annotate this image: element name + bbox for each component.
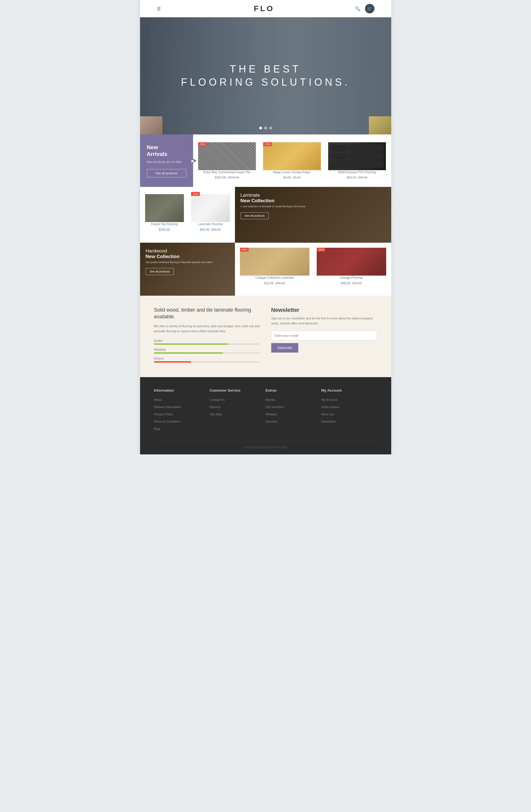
product-image-carpet-top <box>145 194 184 222</box>
list-item: Delivery Information <box>154 404 210 409</box>
footer-col-links: Brands Gift Vouchers Affiliates Specials <box>266 397 321 424</box>
footer-col-extras: Extras Brands Gift Vouchers Affiliates S… <box>266 388 321 433</box>
list-item: About <box>154 397 210 402</box>
product-card: -20% Cottage Collection Laminate $32.00 … <box>238 245 312 293</box>
page-wrapper: ☰ FLO 🔍 🛒 THE BEST FLOORING SOLUTIONS. <box>140 0 391 454</box>
subscribe-button[interactable]: Subscribe <box>271 343 298 352</box>
footer-link-contact[interactable]: Contact Us <box>210 398 225 402</box>
product-card: -20% Garage Flooring $48.00 $60.00 <box>314 245 388 293</box>
newsletter-section: Newsletter Sign up to our newsletter and… <box>271 307 377 366</box>
newsletter-heading: Newsletter <box>271 307 377 313</box>
product-card: -20% Multi-Purpose PVC Flooring $32.00 $… <box>326 140 388 181</box>
hero-heading: THE BEST FLOORING SOLUTIONS. <box>181 63 350 89</box>
list-item: My Account <box>321 397 377 402</box>
footer-col-links: My Account Order History Wish List Newsl… <box>321 397 377 424</box>
footer-col-heading: My Account <box>321 388 377 392</box>
product-name: Garage Flooring <box>317 276 386 279</box>
new-arrivals-see-all-button[interactable]: See all products <box>147 169 186 177</box>
list-item: Order History <box>321 404 377 409</box>
footer-link-my-account[interactable]: My Account <box>321 398 338 402</box>
hero-banner: THE BEST FLOORING SOLUTIONS. <box>140 17 391 134</box>
product-price: $260.00 <box>145 228 184 231</box>
hardwood-banner: Hardwood New Collection Top quality hard… <box>140 243 235 296</box>
product-card: -20% Laminate Flooring $40.00 $50.00 <box>189 190 232 240</box>
list-item: Affiliates <box>266 411 321 417</box>
hero-dot-3[interactable] <box>269 127 272 129</box>
product-badge: -20% <box>317 248 325 251</box>
product-badge: -20% <box>198 142 207 146</box>
info-left: Solid wood, timber and tile laminate flo… <box>154 307 260 366</box>
product-image-laminate <box>191 194 230 222</box>
list-item: Site Map <box>210 411 266 417</box>
menu-icon[interactable]: ☰ <box>157 6 161 12</box>
hero-thumb-right[interactable] <box>369 116 391 134</box>
reliability-label: Reliability <box>154 348 260 351</box>
product-price: $200.00 $250.00 <box>198 176 256 179</box>
hero-dot-1[interactable] <box>259 127 262 129</box>
footer-col-heading: Extras <box>266 388 321 392</box>
hero-dot-2[interactable] <box>264 127 267 129</box>
footer-link-about[interactable]: About <box>154 398 162 402</box>
hardwood-content: Hardwood New Collection Top quality hard… <box>140 243 235 280</box>
footer-link-wish-list[interactable]: Wish List <box>321 412 334 416</box>
new-arrivals-banner: NewArrivals New products are on offer Se… <box>140 134 193 187</box>
info-heading: Solid wood, timber and tile laminate flo… <box>154 307 260 320</box>
footer-link-privacy[interactable]: Privacy Policy <box>154 412 173 416</box>
product-badge: -20% <box>191 192 200 196</box>
hardwood-description: Top quality hardwood flooring in beautif… <box>146 261 229 264</box>
footer-link-newsletter[interactable]: Newsletter <box>321 420 336 423</box>
header-right: 🔍 🛒 <box>355 4 374 13</box>
cart-button[interactable]: 🛒 <box>365 4 374 13</box>
search-icon[interactable]: 🔍 <box>355 6 360 12</box>
footer-link-terms[interactable]: Terms & Conditions <box>154 420 181 423</box>
product-image-garage <box>317 248 386 276</box>
product-image-carpet <box>198 142 256 170</box>
product-image-contact-paper <box>263 142 321 170</box>
product-name: Multi-Purpose PVC Flooring <box>328 170 386 174</box>
footer-link-affiliates[interactable]: Affiliates <box>266 412 277 416</box>
footer-link-delivery[interactable]: Delivery Information <box>154 405 181 409</box>
returns-fill <box>154 361 191 363</box>
footer: Information About Delivery Information P… <box>140 377 391 454</box>
hardwood-section: Hardwood New Collection Top quality hard… <box>140 243 391 296</box>
product-card: -20% Entry Way Commercial Carpet Tile $2… <box>196 140 258 181</box>
product-price: $40.00 $50.00 <box>191 228 230 231</box>
email-input[interactable] <box>271 331 377 340</box>
hardwood-see-all-button[interactable]: See all products <box>146 268 174 275</box>
footer-link-blog[interactable]: Blog <box>154 427 160 431</box>
reliability-track <box>154 352 260 354</box>
laminate-content: Laminate New Collection A new collection… <box>235 187 391 225</box>
middle-left-products: Carpet Top Flooring $260.00 -20% Laminat… <box>140 187 235 243</box>
middle-section: Carpet Top Flooring $260.00 -20% Laminat… <box>140 187 391 243</box>
hero-thumb-left[interactable] <box>140 116 162 134</box>
new-arrivals-products: -20% Entry Way Commercial Carpet Tile $2… <box>193 134 391 187</box>
list-item: Contact Us <box>210 397 266 402</box>
reliability-bar: Reliability <box>154 348 260 354</box>
site-logo[interactable]: FLO <box>174 4 355 13</box>
cart-icon: 🛒 <box>367 6 372 11</box>
product-card: Carpet Top Flooring $260.00 <box>143 190 186 240</box>
product-image-cottage <box>240 248 310 276</box>
header: ☰ FLO 🔍 🛒 <box>140 0 391 17</box>
hardwood-products-grid: -20% Cottage Collection Laminate $32.00 … <box>235 243 391 296</box>
reliability-fill <box>154 352 223 354</box>
list-item: Newsletter <box>321 419 377 424</box>
footer-link-gift-vouchers[interactable]: Gift Vouchers <box>266 405 284 409</box>
new-arrivals-section: NewArrivals New products are on offer Se… <box>140 134 391 187</box>
quality-label: Quality <box>154 339 260 342</box>
product-image-pvc <box>328 142 386 170</box>
laminate-see-all-button[interactable]: See all products <box>241 212 269 219</box>
list-item: Returns <box>210 404 266 409</box>
footer-link-sitemap[interactable]: Site Map <box>210 412 222 416</box>
footer-link-order-history[interactable]: Order History <box>321 405 340 409</box>
product-price: $32.00 $40.00 <box>240 281 310 285</box>
footer-link-returns[interactable]: Returns <box>210 405 221 409</box>
footer-link-specials[interactable]: Specials <box>266 420 277 423</box>
returns-bar: Returns <box>154 357 260 363</box>
footer-link-brands[interactable]: Brands <box>266 398 275 402</box>
returns-track <box>154 361 260 363</box>
laminate-description: A new collection of laminate to create f… <box>241 205 386 208</box>
quality-track <box>154 343 260 345</box>
hero-dots <box>259 127 272 129</box>
footer-col-heading: Information <box>154 388 210 392</box>
